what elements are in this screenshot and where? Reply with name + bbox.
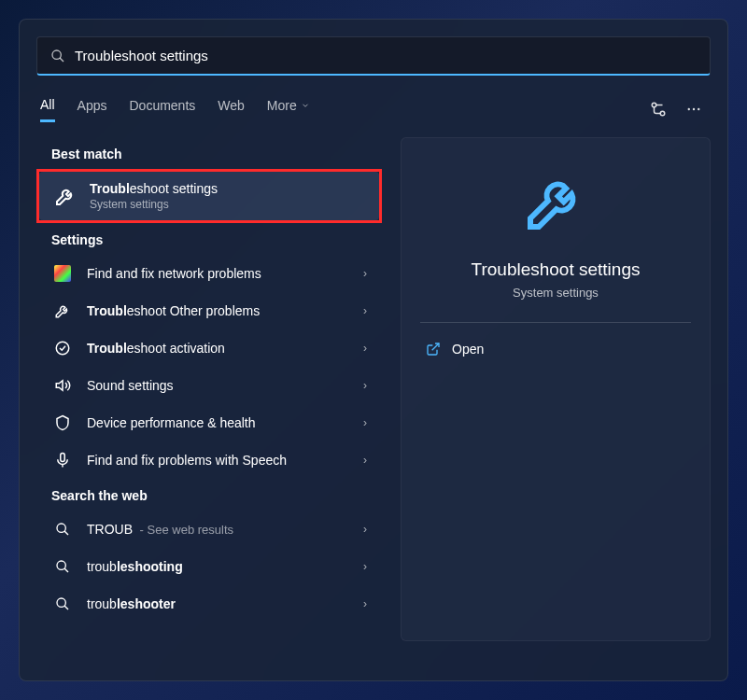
svg-marker-8 bbox=[56, 381, 63, 391]
preview-subtitle: System settings bbox=[513, 286, 599, 300]
result-web-troubleshooting[interactable]: troubleshooting › bbox=[36, 548, 382, 585]
search-icon bbox=[51, 593, 74, 615]
chevron-right-icon: › bbox=[363, 304, 367, 317]
open-icon bbox=[426, 342, 441, 357]
result-label: Sound settings bbox=[87, 378, 356, 393]
result-best-match[interactable]: Troubleshoot settings System settings bbox=[39, 172, 379, 220]
svg-point-2 bbox=[652, 103, 656, 107]
wrench-icon bbox=[522, 168, 589, 235]
chevron-right-icon: › bbox=[363, 267, 367, 280]
svg-rect-9 bbox=[61, 454, 65, 462]
result-label: Device performance & health bbox=[87, 415, 356, 430]
svg-point-3 bbox=[660, 111, 665, 116]
section-web: Search the web bbox=[51, 488, 382, 503]
wrench-icon bbox=[51, 300, 74, 322]
result-label: troubleshooter bbox=[87, 596, 356, 611]
result-web-troubleshooter[interactable]: troubleshooter › bbox=[36, 585, 382, 623]
chevron-down-icon bbox=[301, 101, 310, 110]
result-sound-settings[interactable]: Sound settings › bbox=[36, 367, 382, 404]
svg-point-7 bbox=[56, 342, 69, 355]
search-icon bbox=[51, 555, 74, 578]
svg-line-1 bbox=[60, 58, 63, 62]
tab-more-label: More bbox=[267, 98, 297, 113]
connector-icon[interactable] bbox=[645, 96, 671, 122]
tab-web[interactable]: Web bbox=[218, 97, 245, 122]
svg-point-4 bbox=[688, 108, 690, 110]
result-troubleshoot-activation[interactable]: Troubleshoot activation › bbox=[36, 329, 382, 367]
svg-line-16 bbox=[432, 343, 439, 350]
chevron-right-icon: › bbox=[363, 416, 367, 429]
tabs-row: All Apps Documents Web More bbox=[36, 96, 711, 122]
ellipsis-icon[interactable] bbox=[681, 96, 707, 122]
svg-point-10 bbox=[57, 524, 65, 532]
search-panel: All Apps Documents Web More Best match bbox=[19, 19, 728, 681]
chevron-right-icon: › bbox=[363, 597, 367, 610]
result-label: troubleshooting bbox=[87, 559, 356, 574]
svg-point-12 bbox=[57, 561, 65, 569]
result-label: Troubleshoot Other problems bbox=[87, 303, 356, 318]
svg-point-14 bbox=[57, 598, 65, 607]
chevron-right-icon: › bbox=[363, 342, 367, 355]
result-device-health[interactable]: Device performance & health › bbox=[36, 404, 382, 441]
result-label: TROUB - See web results bbox=[87, 522, 356, 537]
result-label: Troubleshoot activation bbox=[87, 341, 356, 356]
results-column: Best match Troubleshoot settings System … bbox=[36, 137, 382, 641]
search-box[interactable] bbox=[36, 36, 711, 76]
preview-title: Troubleshoot settings bbox=[472, 259, 641, 280]
tab-more[interactable]: More bbox=[267, 97, 310, 122]
sound-icon bbox=[51, 374, 74, 397]
svg-point-6 bbox=[698, 108, 699, 110]
wrench-icon bbox=[54, 185, 77, 207]
shield-icon bbox=[51, 412, 74, 434]
chevron-right-icon: › bbox=[363, 379, 367, 392]
result-web-troub[interactable]: TROUB - See web results › bbox=[36, 511, 382, 548]
search-input[interactable] bbox=[75, 48, 697, 63]
preview-pane: Troubleshoot settings System settings Op… bbox=[401, 137, 711, 641]
section-best-match: Best match bbox=[51, 147, 382, 161]
search-icon bbox=[51, 518, 74, 540]
divider bbox=[420, 322, 691, 323]
svg-line-15 bbox=[64, 606, 68, 609]
tab-all[interactable]: All bbox=[40, 97, 55, 122]
section-settings: Settings bbox=[51, 232, 382, 247]
troubleshoot-color-icon bbox=[51, 262, 74, 285]
chevron-right-icon: › bbox=[363, 523, 367, 536]
chevron-right-icon: › bbox=[363, 560, 367, 573]
result-label: Find and fix problems with Speech bbox=[87, 453, 356, 468]
annotation-highlight: Troubleshoot settings System settings bbox=[36, 169, 382, 223]
open-label: Open bbox=[452, 342, 484, 357]
svg-line-11 bbox=[64, 531, 68, 535]
result-speech-problems[interactable]: Find and fix problems with Speech › bbox=[36, 441, 382, 479]
result-troubleshoot-other[interactable]: Troubleshoot Other problems › bbox=[36, 292, 382, 329]
result-subtitle: System settings bbox=[90, 198, 364, 211]
tab-documents[interactable]: Documents bbox=[129, 97, 195, 122]
open-button[interactable]: Open bbox=[420, 330, 691, 368]
search-icon bbox=[50, 49, 65, 63]
svg-point-0 bbox=[52, 50, 61, 59]
chevron-right-icon: › bbox=[363, 454, 367, 467]
svg-point-5 bbox=[693, 108, 695, 110]
check-circle-icon bbox=[51, 337, 74, 359]
microphone-icon bbox=[51, 449, 74, 471]
result-network-problems[interactable]: Find and fix network problems › bbox=[36, 255, 382, 292]
result-title: Troubleshoot settings bbox=[90, 181, 364, 196]
result-label: Find and fix network problems bbox=[87, 266, 356, 281]
svg-line-13 bbox=[64, 568, 68, 572]
tab-apps[interactable]: Apps bbox=[78, 97, 107, 122]
